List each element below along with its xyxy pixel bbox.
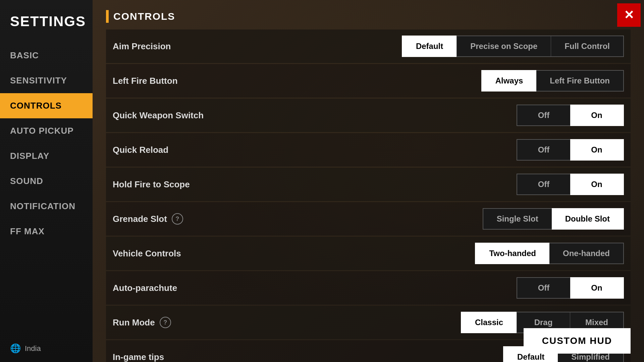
left-fire-options: Always Left Fire Button	[481, 70, 624, 92]
aim-precision-label: Aim Precision	[113, 41, 402, 52]
quick-weapon-label: Quick Weapon Switch	[113, 110, 517, 121]
left-fire-always[interactable]: Always	[481, 70, 537, 92]
auto-parachute-off[interactable]: Off	[517, 277, 570, 299]
region-label: India	[25, 344, 41, 353]
bottom-bar: CUSTOM HUD	[510, 320, 644, 362]
quick-reload-off[interactable]: Off	[517, 139, 570, 161]
grenade-single[interactable]: Single Slot	[483, 208, 552, 230]
content-area: CONTROLS Aim Precision Default Precise o…	[93, 0, 644, 362]
hold-fire-off[interactable]: Off	[517, 174, 570, 195]
quick-weapon-off[interactable]: Off	[517, 105, 570, 126]
aim-precision-precise[interactable]: Precise on Scope	[457, 36, 551, 57]
globe-icon: 🌐	[10, 343, 21, 354]
in-game-tips-label: In-game tips	[113, 352, 503, 362]
hold-fire-label: Hold Fire to Scope	[113, 179, 517, 190]
main-content: ✕ CONTROLS Aim Precision Default Precise…	[93, 0, 644, 362]
grenade-double[interactable]: Double Slot	[552, 208, 624, 230]
auto-parachute-on[interactable]: On	[570, 277, 624, 299]
setting-row-grenade-slot: Grenade Slot ? Single Slot Double Slot	[106, 202, 631, 236]
auto-parachute-label: Auto-parachute	[113, 283, 517, 293]
section-indicator	[106, 10, 109, 23]
left-fire-label: Left Fire Button	[113, 76, 481, 86]
grenade-slot-help-icon[interactable]: ?	[172, 213, 183, 225]
grenade-slot-options: Single Slot Double Slot	[483, 208, 624, 230]
settings-title: SETTINGS	[0, 7, 93, 43]
quick-reload-on[interactable]: On	[570, 139, 624, 161]
vehicle-one-handed[interactable]: One-handed	[549, 243, 624, 264]
aim-precision-options: Default Precise on Scope Full Control	[402, 36, 624, 57]
section-header: CONTROLS	[106, 10, 631, 23]
sidebar-item-ff-max[interactable]: FF MAX	[0, 219, 93, 244]
close-button[interactable]: ✕	[617, 3, 641, 27]
vehicle-controls-options: Two-handed One-handed	[475, 243, 624, 264]
quick-weapon-options: Off On	[517, 105, 624, 126]
hold-fire-on[interactable]: On	[570, 174, 624, 195]
setting-row-auto-parachute: Auto-parachute Off On	[106, 271, 631, 305]
run-mode-help-icon[interactable]: ?	[160, 317, 171, 328]
sidebar-item-controls[interactable]: CONTROLS	[0, 93, 93, 118]
sidebar-item-basic[interactable]: BASIC	[0, 43, 93, 68]
quick-reload-options: Off On	[517, 139, 624, 161]
run-mode-label: Run Mode ?	[113, 317, 461, 328]
setting-row-aim-precision: Aim Precision Default Precise on Scope F…	[106, 29, 631, 63]
quick-weapon-on[interactable]: On	[570, 105, 624, 126]
aim-precision-default[interactable]: Default	[402, 36, 457, 57]
sidebar-item-sensitivity[interactable]: SENSITIVITY	[0, 68, 93, 93]
sidebar-item-notification[interactable]: NOTIFICATION	[0, 194, 93, 219]
left-fire-button[interactable]: Left Fire Button	[536, 70, 624, 92]
setting-row-vehicle-controls: Vehicle Controls Two-handed One-handed	[106, 237, 631, 270]
section-title: CONTROLS	[113, 11, 175, 22]
settings-list: Aim Precision Default Precise on Scope F…	[106, 29, 631, 362]
vehicle-controls-label: Vehicle Controls	[113, 248, 475, 259]
quick-reload-label: Quick Reload	[113, 145, 517, 155]
aim-precision-full[interactable]: Full Control	[551, 36, 624, 57]
sidebar-bottom: 🌐 India	[0, 335, 93, 362]
sidebar-item-display[interactable]: DISPLAY	[0, 143, 93, 169]
setting-row-left-fire: Left Fire Button Always Left Fire Button	[106, 64, 631, 98]
custom-hud-button[interactable]: CUSTOM HUD	[524, 328, 631, 354]
sidebar-item-sound[interactable]: SOUND	[0, 169, 93, 194]
vehicle-two-handed[interactable]: Two-handed	[475, 243, 549, 264]
run-mode-classic[interactable]: Classic	[461, 312, 517, 333]
setting-row-quick-weapon: Quick Weapon Switch Off On	[106, 99, 631, 132]
hold-fire-options: Off On	[517, 174, 624, 195]
auto-parachute-options: Off On	[517, 277, 624, 299]
setting-row-quick-reload: Quick Reload Off On	[106, 133, 631, 167]
sidebar-item-auto-pickup[interactable]: AUTO PICKUP	[0, 118, 93, 143]
setting-row-hold-fire: Hold Fire to Scope Off On	[106, 168, 631, 201]
sidebar: SETTINGS BASIC SENSITIVITY CONTROLS AUTO…	[0, 0, 93, 362]
grenade-slot-label: Grenade Slot ?	[113, 213, 483, 225]
